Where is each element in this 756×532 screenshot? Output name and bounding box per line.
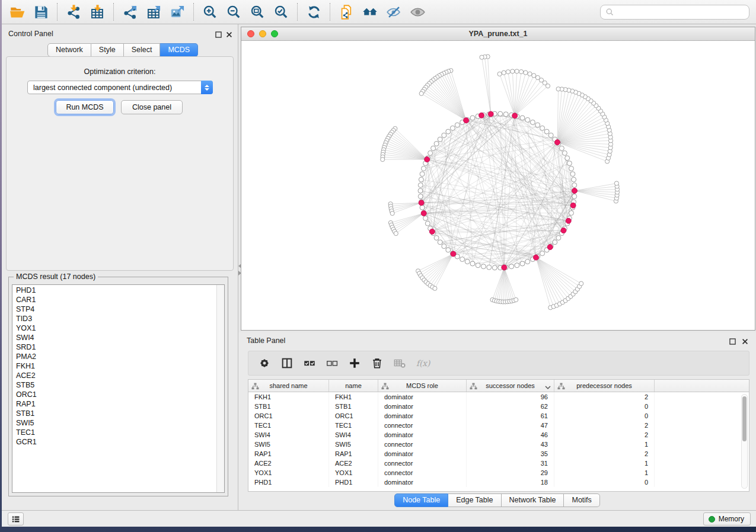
columns-button[interactable] [276,353,298,373]
table-row[interactable]: ACE2ACE2connector311 [248,459,749,468]
mcds-result-item[interactable]: TEC1 [12,428,216,437]
cell-shared-name: FKH1 [248,392,329,402]
column-header-predecessor-nodes[interactable]: predecessor nodes [554,380,655,392]
column-header-name[interactable]: name [329,380,378,392]
table-row[interactable]: FKH1FKH1dominator962 [248,392,749,402]
mcds-result-item[interactable]: STB1 [12,409,216,418]
float-table-panel-icon[interactable] [729,337,736,345]
hide-selected-button[interactable] [382,2,406,22]
zoom-in-button[interactable] [198,2,222,22]
save-button[interactable] [29,2,53,22]
import-table-button[interactable] [85,2,109,22]
window-minimize-icon[interactable] [259,30,266,37]
first-neighbors-button[interactable] [358,2,382,22]
tab-network[interactable]: Network [47,43,91,57]
show-log-button[interactable] [8,512,24,525]
optimization-criterion-select[interactable]: largest connected component (undirected) [27,81,213,94]
cell-successor-nodes: 47 [467,421,554,430]
list-icon [11,514,21,524]
add-row-button[interactable] [343,353,366,373]
table-row[interactable]: ORC1ORC1dominator610 [248,411,749,421]
run-mcds-button[interactable]: Run MCDS [56,100,114,114]
tab-motifs[interactable]: Motifs [564,493,599,507]
delete-row-button[interactable] [366,353,388,373]
column-header-successor-nodes[interactable]: successor nodes [467,380,554,392]
cell-MCDS-role: connector [378,440,467,449]
mcds-result-item[interactable]: TID3 [12,314,216,323]
mcds-result-item[interactable]: SWI5 [12,418,216,428]
table-row[interactable]: TEC1TEC1connector472 [248,421,749,430]
optimization-criterion-label: Optimization criterion: [7,68,233,76]
select-all-button[interactable] [298,353,321,373]
table-row[interactable]: SWI4SWI4dominator462 [248,430,749,440]
mcds-result-item[interactable]: ORC1 [12,390,216,399]
tab-node-table[interactable]: Node Table [394,493,448,507]
table-scrollbar-thumb[interactable] [742,396,747,441]
close-panel-button[interactable]: Close panel [121,100,183,114]
mcds-result-item[interactable]: GCR1 [12,437,216,447]
mcds-result-item[interactable]: ACE2 [12,371,216,380]
table-row[interactable]: RAP1RAP1dominator352 [248,449,749,459]
table-row[interactable]: PHD1PHD1dominator180 [248,477,749,487]
window-maximize-icon[interactable] [271,30,278,37]
mcds-result-list[interactable]: PHD1CAR1STP4TID3YOX1SWI4SRD1PMA2FKH1ACE2… [12,284,225,493]
mcds-result-item[interactable]: FKH1 [12,361,216,371]
export-table-button[interactable] [142,2,165,22]
mcds-result-item[interactable]: RAP1 [12,399,216,409]
close-table-panel-icon[interactable] [741,337,749,345]
mcds-result-item[interactable]: YOX1 [12,323,216,333]
table-row[interactable]: STB1STB1dominator620 [248,402,749,411]
cell-successor-nodes: 29 [467,468,554,477]
memory-button[interactable]: Memory [703,512,751,525]
refresh-button[interactable] [302,2,326,22]
tab-mcds[interactable]: MCDS [160,43,198,57]
search-input[interactable] [614,7,749,18]
tab-style[interactable]: Style [91,43,124,57]
column-header-shared-name[interactable]: shared name [248,380,329,392]
mcds-list-scrollbar[interactable] [216,285,224,492]
search-box[interactable] [600,5,749,20]
table-tabs: Node TableEdge TableNetwork TableMotifs [394,493,600,507]
cell-shared-name: ACE2 [248,459,329,468]
table-scrollbar[interactable] [741,394,748,489]
cell-predecessor-nodes: 2 [554,392,655,402]
deselect-all-button[interactable] [321,353,343,373]
close-panel-icon[interactable] [225,30,233,38]
zoom-out-button[interactable] [222,2,245,22]
zoom-fit-button[interactable] [245,2,269,22]
cell-successor-nodes: 18 [467,477,554,487]
export-network-button[interactable] [118,2,142,22]
column-header-MCDS-role[interactable]: MCDS role [378,380,467,392]
settings-button[interactable] [253,353,276,373]
tab-select[interactable]: Select [124,43,161,57]
columns-icon [280,357,294,370]
function-builder-button[interactable]: f(x) [411,353,433,373]
tab-edge-table[interactable]: Edge Table [448,493,501,507]
zoom-selected-button[interactable] [269,2,293,22]
window-close-icon[interactable] [247,30,254,37]
mcds-result-item[interactable]: PMA2 [12,352,216,361]
network-canvas[interactable] [241,41,755,330]
mcds-result-item[interactable]: PHD1 [12,286,216,295]
open-button[interactable] [5,2,29,22]
mcds-result-item[interactable]: STP4 [12,305,216,314]
show-all-button[interactable] [406,2,429,22]
network-window-titlebar[interactable]: YPA_prune.txt_1 [241,27,755,41]
float-panel-icon[interactable] [215,30,222,38]
tab-network-table[interactable]: Network Table [502,493,564,507]
mcds-result-item[interactable]: CAR1 [12,295,216,305]
destroy-table-button[interactable] [388,353,411,373]
column-type-icon [557,383,565,390]
import-network-button[interactable] [62,2,85,22]
table-row[interactable]: YOX1YOX1connector291 [248,468,749,477]
show-all-icon [410,4,426,20]
function-builder-icon: f(x) [412,357,432,370]
mcds-result-item[interactable]: SWI4 [12,333,216,342]
network-graph[interactable] [241,41,755,330]
mcds-result-item[interactable]: STB5 [12,380,216,390]
cell-MCDS-role: dominator [378,477,467,487]
export-image-button[interactable] [165,2,189,22]
table-row[interactable]: SWI5SWI5connector431 [248,440,749,449]
copy-style-button[interactable] [334,2,358,22]
mcds-result-item[interactable]: SRD1 [12,342,216,352]
